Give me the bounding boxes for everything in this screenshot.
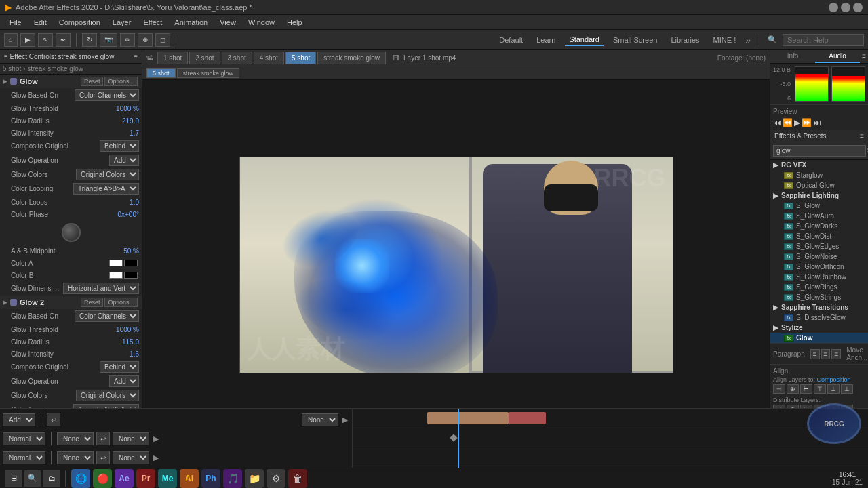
prev-play[interactable]: ▶ (794, 118, 800, 127)
workspace-standard[interactable]: Standard (565, 34, 604, 46)
fx-s-glowaura[interactable]: fx S_GlowAura (770, 211, 868, 221)
workspace-libraries[interactable]: Libraries (667, 35, 703, 45)
workspace-small-screen[interactable]: Small Screen (609, 35, 661, 45)
glow1-header[interactable]: ▶ Glow Reset Options... (0, 75, 142, 88)
glow1-options[interactable]: Options... (104, 77, 138, 86)
ts-app-pr[interactable]: Pr (136, 469, 155, 488)
align-right-btn[interactable]: ⊢ (800, 384, 812, 394)
prev-last[interactable]: ⏭ (813, 118, 821, 127)
ts-app-media[interactable]: 🎵 (223, 469, 242, 488)
prev-first[interactable]: ⏮ (773, 118, 781, 127)
be-normal-2-mode[interactable]: Normal (3, 451, 45, 464)
tool-clone[interactable]: ⊕ (138, 33, 153, 47)
ts-taskview-btn[interactable]: 🗂 (43, 470, 60, 487)
glow2-operation-select[interactable]: Add (109, 375, 139, 387)
para-align-right[interactable]: ≡ (831, 349, 841, 359)
tool-pen[interactable]: ✒ (56, 33, 71, 47)
minimize-button[interactable] (829, 3, 838, 12)
workspace-expand[interactable]: » (745, 35, 751, 45)
be-none-2b[interactable]: None (113, 432, 149, 445)
be-icon-3[interactable]: ↩ (96, 451, 110, 464)
sub-tab-streak[interactable]: streak smoke glow (177, 68, 240, 78)
ts-app-ae[interactable]: Ae (115, 469, 134, 488)
workspace-learn[interactable]: Learn (532, 35, 559, 45)
menu-effect[interactable]: Effect (138, 17, 167, 28)
menu-file[interactable]: File (4, 17, 27, 28)
para-align-center[interactable]: ≡ (821, 349, 831, 359)
right-panel-menu[interactable]: ≡ (860, 50, 868, 63)
maximize-button[interactable] (841, 3, 850, 12)
fx-s-glow[interactable]: fx S_Glow (770, 201, 868, 211)
fx-s-glowedges[interactable]: fx S_GlowEdges (770, 241, 868, 251)
tab-audio[interactable]: Audio (815, 50, 860, 63)
ts-search-btn[interactable]: 🔍 (24, 470, 41, 487)
fx-search-input[interactable] (773, 145, 866, 157)
close-button[interactable] (853, 3, 863, 12)
glow1-color-b-swatch2[interactable] (124, 272, 138, 279)
glow2-reset[interactable]: Reset (81, 298, 104, 307)
ts-app-edge[interactable]: 🌐 (71, 469, 90, 488)
fx-s-dissolveglow[interactable]: fx S_DissolveGlow (770, 312, 868, 323)
fx-cat-rgvfx[interactable]: ▶ RG VFX (770, 160, 868, 170)
comp-tab-2shot[interactable]: 2 shot (189, 52, 220, 64)
prev-next[interactable]: ⏩ (802, 118, 812, 127)
glow2-threshold-value[interactable]: 1000 % (112, 326, 139, 333)
be-add-mode[interactable]: Add (3, 413, 35, 426)
glow1-reset[interactable]: Reset (81, 77, 104, 86)
ts-app-me[interactable]: Me (158, 469, 177, 488)
ts-start-btn[interactable]: ⊞ (5, 470, 22, 487)
ts-app-settings[interactable]: ⚙ (267, 469, 285, 488)
be-none-3b[interactable]: None (113, 451, 149, 464)
comp-tab-1shot[interactable]: 1 shot (157, 52, 188, 64)
fx-cat-sapphire-transitions[interactable]: ▶ Sapphire Transitions (770, 302, 868, 312)
ts-app-ai[interactable]: Ai (180, 469, 199, 488)
glow1-based-on-select[interactable]: Color Channels (75, 89, 139, 101)
glow1-phase-value[interactable]: 0x+00° (112, 211, 139, 218)
be-none-2a[interactable]: None (57, 432, 94, 445)
ts-app-folder[interactable]: 📁 (245, 469, 264, 488)
be-normal-1-mode[interactable]: Normal (3, 432, 45, 445)
glow2-intensity-value[interactable]: 1.6 (112, 350, 139, 358)
ts-app-trash[interactable]: 🗑 (288, 469, 307, 488)
be-icon-2[interactable]: ↩ (96, 432, 110, 445)
glow1-dimensions-select[interactable]: Horizontal and Vert (63, 283, 139, 294)
menu-layer[interactable]: Layer (107, 17, 137, 28)
glow1-operation-select[interactable]: Add (109, 155, 139, 166)
tool-rotate[interactable]: ↻ (82, 33, 97, 47)
glow2-based-on-select[interactable]: Color Channels (75, 310, 139, 322)
align-center-btn[interactable]: ⊕ (787, 384, 799, 394)
tab-info[interactable]: Info (770, 50, 815, 63)
tool-brush[interactable]: ✏ (120, 33, 135, 47)
comp-tab-4shot[interactable]: 4 shot (254, 52, 284, 64)
glow1-looping-select[interactable]: Triangle A>B>A (73, 183, 139, 195)
glow1-radius-value[interactable]: 219.0 (112, 117, 139, 125)
para-align-left[interactable]: ≡ (810, 349, 820, 359)
align-left-btn[interactable]: ⊣ (773, 384, 785, 394)
glow1-intensity-value[interactable]: 1.7 (112, 129, 139, 137)
fx-cat-sapphire-lighting[interactable]: ▶ Sapphire Lighting (770, 190, 868, 201)
prev-prev[interactable]: ⏪ (783, 118, 793, 127)
fx-starglow[interactable]: fx Starglow (770, 170, 868, 180)
glow2-composite-select[interactable]: Behind (100, 361, 139, 373)
workspace-mine[interactable]: MINE ! (709, 35, 741, 45)
menu-view[interactable]: View (214, 17, 241, 28)
tool-eraser[interactable]: ◻ (155, 33, 170, 47)
tool-arrow[interactable]: ▶ (20, 33, 35, 47)
glow1-color-b-swatch[interactable] (109, 272, 123, 279)
effects-presets-menu[interactable]: ≡ (860, 132, 864, 140)
tool-home[interactable]: ⌂ (4, 33, 18, 47)
align-top-btn[interactable]: ⊤ (814, 384, 826, 394)
ts-app-chrome[interactable]: 🔴 (93, 469, 112, 488)
effect-controls-menu[interactable]: ≡ (134, 53, 138, 60)
glow1-color-a-swatch[interactable] (109, 260, 123, 266)
menu-animation[interactable]: Animation (169, 17, 213, 28)
glow2-header[interactable]: ▶ Glow 2 Reset Options... (0, 296, 142, 309)
fx-s-glowrings[interactable]: fx S_GlowRings (770, 282, 868, 292)
sub-tab-5shot[interactable]: 5 shot (146, 68, 176, 78)
comp-tab-3shot[interactable]: 3 shot (222, 52, 252, 64)
glow1-threshold-value[interactable]: 1000 % (112, 105, 139, 113)
ts-app-ph[interactable]: Ph (201, 469, 220, 488)
glow2-radius-value[interactable]: 115.0 (112, 338, 139, 346)
menu-edit[interactable]: Edit (28, 17, 52, 28)
tool-camera[interactable]: 📷 (100, 33, 117, 47)
